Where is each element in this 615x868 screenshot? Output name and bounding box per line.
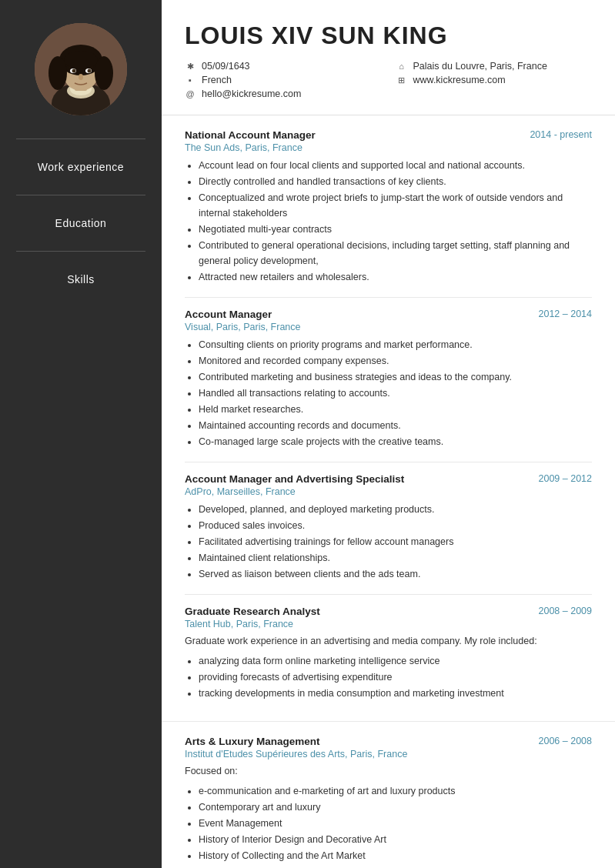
bullet: Consulting clients on priority programs …: [199, 337, 592, 352]
job-title-2: Account Manager: [185, 309, 272, 320]
svg-point-15: [64, 51, 98, 69]
bullet: History of Collecting and the Art Market: [199, 848, 592, 863]
bullet: providing forecasts of advertising expen…: [199, 669, 592, 685]
job-entry-3: Account Manager and Advertising Speciali…: [185, 473, 592, 582]
job-entry-1: National Account Manager 2014 - present …: [185, 129, 592, 285]
bullet: Research Methodology: [199, 864, 592, 869]
header: LOUIS XIV SUN KING ✱ 05/09/1643 ⌂ Palais…: [162, 0, 615, 115]
job-dates-1: 2014 - present: [530, 129, 592, 140]
email-icon: @: [185, 88, 196, 99]
job-header-3: Account Manager and Advertising Speciali…: [185, 473, 592, 485]
bullet: Negotiated multi-year contracts: [199, 222, 592, 237]
job-bullets-4: analyzing data form online marketing int…: [185, 653, 592, 701]
sidebar-divider-2: [16, 195, 145, 195]
bullet: tracking developments in media consumpti…: [199, 686, 592, 701]
job-company-1: The Sun Ads, Paris, France: [185, 142, 592, 153]
contact-grid: ✱ 05/09/1643 ⌂ Palais du Louvre, Paris, …: [185, 61, 592, 99]
contact-email: @ hello@kickresume.com: [185, 88, 381, 99]
bullet: Maintained accounting records and docume…: [199, 418, 592, 433]
birthday-value: 05/09/1643: [202, 61, 250, 72]
sidebar-divider-3: [16, 251, 145, 252]
bullet: Held market researches.: [199, 402, 592, 417]
address-value: Palais du Louvre, Paris, France: [413, 61, 547, 72]
bullet: Handled all transactions relating to acc…: [199, 386, 592, 401]
edu-school-1: Institut d'Etudes Supérieures des Arts, …: [185, 749, 592, 760]
bullet: Account lead on four local clients and s…: [199, 158, 592, 173]
home-icon: ⌂: [396, 61, 407, 72]
job-divider: [185, 462, 592, 462]
work-experience-section: National Account Manager 2014 - present …: [162, 115, 615, 722]
bullet: History of Interior Design and Decorativ…: [199, 832, 592, 847]
job-company-3: AdPro, Marseilles, France: [185, 486, 592, 497]
asterisk-icon: ✱: [185, 61, 196, 72]
job-entry-4: Graduate Research Analyst 2008 – 2009 Ta…: [185, 606, 592, 701]
job-header-1: National Account Manager 2014 - present: [185, 129, 592, 141]
edu-header-1: Arts & Luxury Management 2006 – 2008: [185, 736, 592, 747]
edu-entry-1: Arts & Luxury Management 2006 – 2008 Ins…: [185, 736, 592, 868]
edu-dates-1: 2006 – 2008: [538, 736, 592, 746]
job-dates-4: 2008 – 2009: [538, 606, 592, 616]
contact-nationality: ▪ French: [185, 75, 381, 85]
flag-icon: ▪: [185, 75, 196, 85]
svg-point-13: [88, 69, 92, 73]
job-title-4: Graduate Research Analyst: [185, 606, 320, 617]
edu-bullets-1: e-communication and e-marketing of art a…: [185, 783, 592, 869]
bullet: Facilitated advertising trainings for fe…: [199, 534, 592, 549]
job-dates-2: 2012 – 2014: [538, 309, 592, 319]
edu-degree-1: Arts & Luxury Management: [185, 736, 320, 747]
job-company-2: Visual, Paris, Paris, France: [185, 322, 592, 332]
bullet: analyzing data form online marketing int…: [199, 653, 592, 669]
bullet: Event Management: [199, 816, 592, 831]
website-value: www.kickresume.com: [413, 75, 506, 85]
bullet: e-communication and e-marketing of art a…: [199, 783, 592, 799]
job-divider: [185, 594, 592, 595]
candidate-name: LOUIS XIV SUN KING: [185, 22, 592, 50]
job-entry-2: Account Manager 2012 – 2014 Visual, Pari…: [185, 309, 592, 449]
edu-description-1: Focused on:: [185, 764, 592, 779]
job-company-4: Talent Hub, Paris, France: [185, 619, 592, 629]
contact-birthday: ✱ 05/09/1643: [185, 61, 381, 72]
job-description-4: Graduate work experience in an advertisi…: [185, 634, 592, 649]
sidebar-section-work: Work experience: [0, 147, 162, 187]
job-title-1: National Account Manager: [185, 129, 316, 141]
job-bullets-2: Consulting clients on priority programs …: [185, 337, 592, 449]
svg-point-14: [79, 74, 83, 80]
bullet: Conceptualized and wrote project briefs …: [199, 190, 592, 221]
bullet: Co-managed large scale projects with the…: [199, 434, 592, 449]
sidebar-section-skills: Skills: [0, 259, 162, 299]
bullet: Served as liaison between clients and th…: [199, 566, 592, 582]
job-header-4: Graduate Research Analyst 2008 – 2009: [185, 606, 592, 617]
bullet: Produced sales invoices.: [199, 518, 592, 533]
bullet: Attracted new retailers and wholesalers.: [199, 269, 592, 285]
svg-point-12: [72, 69, 76, 73]
bullet: Maintained client relationships.: [199, 550, 592, 566]
avatar: [35, 23, 127, 115]
link-icon: ⊞: [396, 75, 407, 85]
bullet: Contributed to general operational decis…: [199, 238, 592, 269]
contact-website: ⊞ www.kickresume.com: [396, 75, 593, 85]
job-divider: [185, 297, 592, 298]
bullet: Directly controlled and handled transact…: [199, 174, 592, 189]
email-value: hello@kickresume.com: [202, 88, 301, 99]
bullet: Monitored and recorded company expenses.: [199, 353, 592, 369]
bullet: Contributed marketing and business strat…: [199, 369, 592, 385]
contact-address: ⌂ Palais du Louvre, Paris, France: [396, 61, 593, 72]
sidebar-work-label: Work experience: [38, 161, 124, 173]
sidebar-skills-label: Skills: [67, 273, 95, 285]
job-bullets-3: Developed, planned, and deployed marketi…: [185, 502, 592, 582]
bullet: Contemporary art and luxury: [199, 800, 592, 815]
sidebar: Work experience Education Skills: [0, 0, 162, 868]
job-header-2: Account Manager 2012 – 2014: [185, 309, 592, 320]
job-title-3: Account Manager and Advertising Speciali…: [185, 473, 404, 485]
education-section: Arts & Luxury Management 2006 – 2008 Ins…: [162, 722, 615, 868]
job-bullets-1: Account lead on four local clients and s…: [185, 158, 592, 285]
bullet: Developed, planned, and deployed marketi…: [199, 502, 592, 517]
job-dates-3: 2009 – 2012: [538, 473, 592, 484]
sidebar-section-education: Education: [0, 203, 162, 243]
main-content: LOUIS XIV SUN KING ✱ 05/09/1643 ⌂ Palais…: [162, 0, 615, 868]
nationality-value: French: [202, 75, 232, 85]
sidebar-divider-1: [16, 139, 145, 139]
sidebar-education-label: Education: [55, 217, 107, 229]
